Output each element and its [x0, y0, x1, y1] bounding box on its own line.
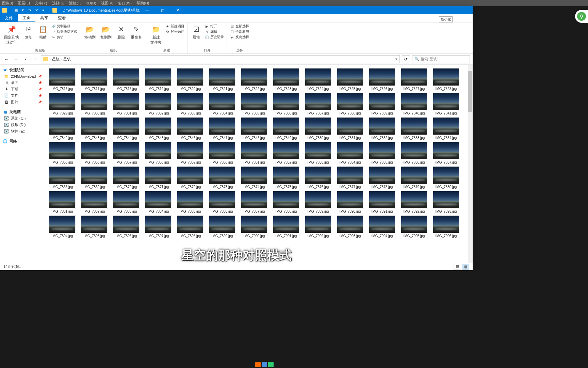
file-thumbnail[interactable]: IMG_7841.jpg	[431, 93, 461, 115]
file-thumbnail[interactable]: IMG_7870.jpg	[111, 166, 142, 189]
file-thumbnail[interactable]: IMG_7846.jpg	[175, 117, 206, 140]
file-thumbnail[interactable]: IMG_7897.jpg	[143, 215, 174, 238]
file-thumbnail[interactable]: IMG_7839.jpg	[367, 93, 397, 115]
address-field[interactable]: › 星轨 › 星轨 ▾	[41, 55, 400, 63]
scrollbar-thumb[interactable]	[468, 71, 472, 112]
file-thumbnail[interactable]: IMG_7820.jpg	[175, 68, 206, 91]
newfolder-button[interactable]: 📁新建 文件夹	[149, 24, 163, 46]
file-thumbnail[interactable]: IMG_7857.jpg	[111, 142, 142, 164]
file-thumbnail[interactable]: IMG_7845.jpg	[143, 117, 174, 140]
scrollbar[interactable]	[468, 65, 473, 263]
file-thumbnail[interactable]: IMG_7881.jpg	[47, 191, 78, 213]
view-thumbnails-button[interactable]: ▦	[462, 264, 469, 270]
file-thumbnail[interactable]: IMG_7833.jpg	[175, 93, 206, 115]
file-thumbnail[interactable]: IMG_7824.jpg	[303, 68, 333, 91]
file-thumbnail[interactable]: IMG_7827.jpg	[399, 68, 429, 91]
file-thumbnail[interactable]: IMG_7896.jpg	[111, 215, 142, 238]
delete-button[interactable]: ✕删除	[115, 24, 127, 41]
file-thumbnail[interactable]: IMG_7825.jpg	[335, 68, 365, 91]
breadcrumb[interactable]: 星轨	[63, 57, 71, 62]
paste-button[interactable]: 📋粘贴	[37, 24, 49, 41]
file-thumbnail[interactable]: IMG_7853.jpg	[399, 117, 429, 140]
moveto-button[interactable]: 📂移动到	[83, 24, 97, 41]
properties-button[interactable]: ☑属性	[190, 24, 202, 41]
file-thumbnail[interactable]: IMG_7861.jpg	[239, 142, 270, 164]
file-thumbnail[interactable]: IMG_7893.jpg	[431, 191, 461, 213]
file-thumbnail[interactable]: IMG_7816.jpg	[47, 68, 78, 91]
qat-undo-icon[interactable]: ↶	[20, 7, 26, 13]
file-thumbnail[interactable]: IMG_7894.jpg	[47, 215, 78, 238]
file-thumbnail[interactable]: IMG_7883.jpg	[111, 191, 142, 213]
file-thumbnail[interactable]: IMG_7826.jpg	[367, 68, 397, 91]
sidebar-quickaccess[interactable]: ★快速访问	[0, 67, 44, 73]
file-thumbnail[interactable]: IMG_7899.jpg	[207, 215, 238, 238]
sidebar-item[interactable]: 📄文档📌	[0, 92, 44, 99]
file-thumbnail[interactable]: IMG_7874.jpg	[239, 166, 270, 189]
file-thumbnail[interactable]: IMG_7852.jpg	[367, 117, 397, 140]
file-thumbnail[interactable]: IMG_7873.jpg	[207, 166, 238, 189]
tab-view[interactable]: 查看	[53, 14, 71, 22]
file-thumbnail[interactable]: IMG_7832.jpg	[143, 93, 174, 115]
file-list[interactable]: IMG_7816.jpgIMG_7817.jpgIMG_7818.jpgIMG_…	[44, 65, 473, 263]
pin-quickaccess-button[interactable]: 📌固定到快 速访问	[3, 24, 20, 46]
ps-menu-item[interactable]: 帮助(H)	[136, 1, 149, 6]
file-thumbnail[interactable]: IMG_7871.jpg	[143, 166, 174, 189]
file-thumbnail[interactable]: IMG_7880.jpg	[431, 166, 461, 189]
file-thumbnail[interactable]: IMG_7817.jpg	[79, 68, 110, 91]
ps-menu-item[interactable]: 图层(L)	[18, 1, 30, 6]
file-thumbnail[interactable]: IMG_7830.jpg	[79, 93, 110, 115]
open-button[interactable]: ▶打开	[205, 24, 224, 29]
ps-menu-item[interactable]: 3D(D)	[86, 1, 96, 5]
file-thumbnail[interactable]: IMG_7900.jpg	[239, 215, 270, 238]
ps-menu-item[interactable]: 图像(I)	[2, 1, 13, 6]
copy-button[interactable]: ⎘复制	[22, 24, 35, 41]
tab-share[interactable]: 共享	[35, 14, 53, 22]
edit-button[interactable]: ✎编辑	[205, 29, 224, 34]
file-thumbnail[interactable]: IMG_7848.jpg	[239, 117, 270, 140]
file-thumbnail[interactable]: IMG_7864.jpg	[335, 142, 365, 164]
file-thumbnail[interactable]: IMG_7843.jpg	[79, 117, 110, 140]
file-thumbnail[interactable]: IMG_7842.jpg	[47, 117, 78, 140]
back-button[interactable]: ←	[3, 56, 10, 63]
file-thumbnail[interactable]: IMG_7844.jpg	[111, 117, 142, 140]
file-thumbnail[interactable]: IMG_7835.jpg	[239, 93, 270, 115]
search-input[interactable]: 🔍 搜索"星轨"	[412, 55, 470, 63]
file-thumbnail[interactable]: IMG_7851.jpg	[335, 117, 365, 140]
rename-button[interactable]: ✎重命名	[129, 24, 143, 41]
file-thumbnail[interactable]: IMG_7849.jpg	[271, 117, 301, 140]
file-thumbnail[interactable]: IMG_7888.jpg	[271, 191, 301, 213]
sidebar-drive[interactable]: 💽软件 (E:)	[0, 128, 44, 135]
file-thumbnail[interactable]: IMG_7889.jpg	[303, 191, 333, 213]
file-thumbnail[interactable]: IMG_7823.jpg	[271, 68, 301, 91]
invert-selection-button[interactable]: ⇄反向选择	[230, 35, 249, 40]
sidebar-item[interactable]: 📁2345Download📌	[0, 73, 44, 79]
file-thumbnail[interactable]: IMG_7862.jpg	[271, 142, 301, 164]
qat-save-icon[interactable]: ▤	[13, 7, 19, 13]
file-thumbnail[interactable]: IMG_7836.jpg	[271, 93, 301, 115]
sidebar-item[interactable]: 🖼图片📌	[0, 99, 44, 105]
qat-delete-icon[interactable]: ✕	[34, 7, 39, 13]
file-thumbnail[interactable]: IMG_7855.jpg	[47, 142, 78, 164]
tab-file[interactable]: 文件	[0, 14, 18, 22]
file-thumbnail[interactable]: IMG_7867.jpg	[431, 142, 461, 164]
copy-path-button[interactable]: 🔗复制路径	[51, 24, 77, 29]
recent-dropdown[interactable]: ▾	[22, 56, 29, 63]
file-thumbnail[interactable]: IMG_7886.jpg	[207, 191, 238, 213]
maximize-button[interactable]: ▢	[155, 6, 170, 14]
ps-menu-item[interactable]: 选择(S)	[52, 1, 65, 6]
file-thumbnail[interactable]: IMG_7834.jpg	[207, 93, 238, 115]
file-thumbnail[interactable]: IMG_7901.jpg	[271, 215, 301, 238]
file-thumbnail[interactable]: IMG_7898.jpg	[175, 215, 206, 238]
sidebar-thispc[interactable]: 🖥此电脑	[0, 109, 44, 115]
sidebar-item[interactable]: ⬇下载📌	[0, 86, 44, 92]
app-icon[interactable]	[262, 362, 267, 367]
file-thumbnail[interactable]: IMG_7890.jpg	[335, 191, 365, 213]
ps-menu-item[interactable]: 文字(Y)	[35, 1, 47, 6]
file-thumbnail[interactable]: IMG_7838.jpg	[335, 93, 365, 115]
file-thumbnail[interactable]: IMG_7905.jpg	[399, 215, 429, 238]
file-thumbnail[interactable]: IMG_7831.jpg	[111, 93, 142, 115]
sidebar-drive[interactable]: 💽系统 (C:)	[0, 115, 44, 122]
file-thumbnail[interactable]: IMG_7895.jpg	[79, 215, 110, 238]
file-thumbnail[interactable]: IMG_7892.jpg	[399, 191, 429, 213]
file-thumbnail[interactable]: IMG_7837.jpg	[303, 93, 333, 115]
